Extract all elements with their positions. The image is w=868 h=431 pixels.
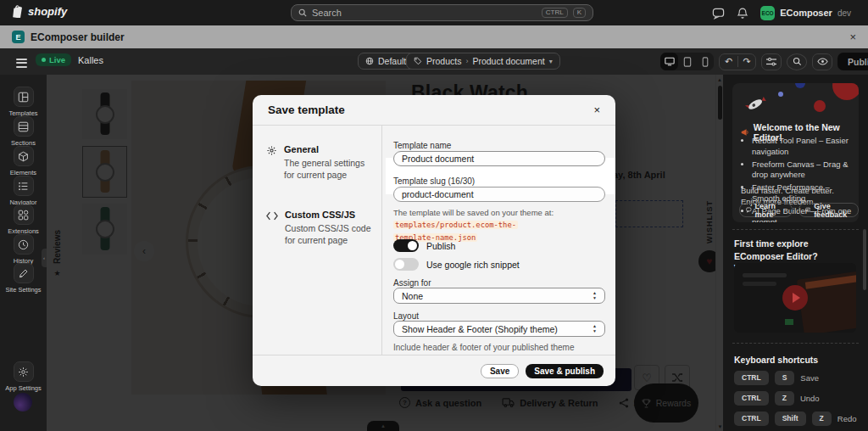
extensions-grid-icon (14, 204, 34, 225)
template-slug-input[interactable] (393, 187, 605, 202)
gear-icon (266, 145, 277, 156)
settings-sliders-icon[interactable] (761, 53, 782, 70)
keyboard-shortcuts-title: Keyboard shortcuts (734, 355, 818, 365)
shopify-top-bar: shopify Search CTRL K ECO EComposer dev (0, 0, 868, 25)
template-path-code: templates/product.ecom-the- (393, 221, 518, 229)
template-name-input[interactable] (393, 151, 605, 166)
sidebar-item-app-settings[interactable]: App Settings (0, 361, 47, 392)
whats-new-card: Welcome to the New Editor! Rebuilt Tool … (732, 83, 859, 222)
divider (732, 343, 859, 344)
layout-label: Layout (393, 311, 419, 321)
zoom-icon[interactable] (787, 53, 807, 70)
breadcrumb-separator: › (465, 57, 468, 65)
play-button-icon[interactable] (782, 285, 808, 311)
template-slug-label: Template slug (16/30) (393, 176, 475, 186)
confetti-illustration (732, 83, 859, 119)
give-feedback-button[interactable]: Give feedback (798, 203, 860, 217)
template-name-label: Template name (393, 141, 451, 150)
site-settings-pen-icon (14, 263, 34, 283)
shortcut-row-save: CTRL S Save (734, 371, 819, 385)
learn-more-button[interactable]: Learn more (739, 203, 793, 217)
global-search-input[interactable]: Search CTRL K (291, 4, 593, 21)
sidebar-item-site-settings[interactable]: Site Settings (0, 263, 47, 294)
modal-header: Save template × (253, 95, 615, 126)
modal-nav: General The general settings for current… (253, 126, 382, 355)
save-publish-button[interactable]: Save & publish (526, 364, 604, 378)
live-dot-icon (42, 58, 46, 62)
sidebar-item-history[interactable]: History (0, 234, 47, 265)
assign-for-select[interactable]: None ▲▼ (393, 288, 605, 304)
globe-icon (365, 57, 374, 65)
redo-icon[interactable]: ↷ (737, 56, 755, 67)
select-updown-icon: ▲▼ (593, 324, 597, 333)
desktop-view-button[interactable] (660, 53, 678, 70)
elements-cube-icon (14, 146, 34, 166)
account-avatar: ECO (760, 6, 775, 20)
sidebar-item-extensions[interactable]: Extensions (0, 204, 47, 235)
walkthrough-video-thumbnail[interactable] (734, 263, 856, 333)
menu-hamburger-icon[interactable] (16, 56, 27, 70)
shopify-bag-icon (12, 5, 24, 18)
modal-nav-custom-css[interactable]: Custom CSS/JS Custom CSS/JS code for cur… (266, 210, 374, 246)
shopify-logo: shopify (12, 5, 67, 18)
keycap: Shift (775, 411, 806, 426)
shortcut-row-redo: CTRL Shift Z Redo (734, 411, 856, 426)
account-role: dev (837, 8, 851, 18)
history-clock-icon (14, 234, 34, 255)
shopify-wordmark: shopify (28, 5, 67, 18)
app-title-bar: E EComposer builder × (0, 25, 868, 48)
app-close-icon[interactable]: × (849, 31, 856, 42)
rocket-icon (743, 95, 768, 114)
device-preview-group (660, 53, 714, 70)
panel-scrollbar-thumb[interactable] (863, 229, 866, 290)
layout-help-text: Include header & footer of your publishe… (393, 343, 574, 352)
bullet-item: Freeform Canvas – Drag & drop anywhere (752, 160, 853, 182)
tag-icon (414, 57, 422, 65)
modal-title: Save template (268, 104, 345, 116)
divider (732, 229, 859, 230)
live-badge: Live (36, 53, 71, 66)
layout-select[interactable]: Show Header & Footer (Shopify theme) ▲▼ (393, 321, 605, 337)
keycap: Z (775, 391, 794, 406)
editor-right-panel: Welcome to the New Editor! Rebuilt Tool … (723, 75, 868, 431)
account-menu[interactable]: ECO EComposer dev (760, 6, 851, 20)
user-avatar[interactable] (14, 393, 32, 411)
feedback-icon (805, 206, 811, 214)
sidebar-item-navigator[interactable]: Navigator (0, 176, 47, 206)
keycap: CTRL (734, 391, 769, 406)
shortcut-k-key: K (573, 8, 586, 18)
assign-for-label: Assign for (393, 278, 431, 288)
select-updown-icon: ▲▼ (593, 291, 597, 300)
templates-icon (14, 87, 34, 107)
rich-snippet-toggle-row: Use google rich snippet (393, 258, 520, 271)
sidebar-item-sections[interactable]: Sections (0, 116, 47, 147)
modal-footer: Save Save & publish (253, 355, 615, 386)
preview-eye-icon[interactable] (812, 53, 832, 70)
search-placeholder: Search (312, 8, 537, 18)
page-breadcrumb-dropdown[interactable]: Products › Product document ▾ (406, 53, 560, 70)
sidebar-collapse-handle[interactable]: ‹ (42, 249, 47, 267)
notifications-bell-icon[interactable] (737, 7, 748, 20)
save-button[interactable]: Save (481, 364, 519, 378)
chat-icon (746, 206, 752, 214)
undo-icon[interactable]: ↶ (720, 56, 737, 67)
keycap: CTRL (734, 371, 769, 385)
help-chat-icon[interactable] (712, 7, 725, 20)
keycap: S (775, 371, 795, 385)
editor-toolbar: Live Kalles Default▾ Products › Product … (0, 48, 868, 75)
publish-toggle[interactable] (393, 239, 419, 252)
sidebar-item-templates[interactable]: Templates (0, 87, 47, 117)
mobile-view-button[interactable] (696, 53, 714, 70)
sidebar-item-elements[interactable]: Elements (0, 146, 47, 176)
bullet-item: Rebuilt Tool Panel – Easier navigation (752, 136, 853, 158)
publish-button[interactable]: Publish (837, 53, 868, 70)
tablet-view-button[interactable] (678, 53, 696, 70)
app-title: EComposer builder (31, 31, 125, 43)
chevron-down-icon: ▾ (549, 58, 553, 65)
account-name: EComposer (780, 8, 832, 18)
rich-snippet-toggle[interactable] (393, 258, 419, 271)
modal-close-icon[interactable]: × (593, 104, 600, 116)
modal-nav-general[interactable]: General The general settings for current… (266, 144, 373, 181)
shortcut-ctrl-key: CTRL (542, 8, 568, 18)
shortcut-row-undo: CTRL Z Undo (734, 391, 820, 406)
